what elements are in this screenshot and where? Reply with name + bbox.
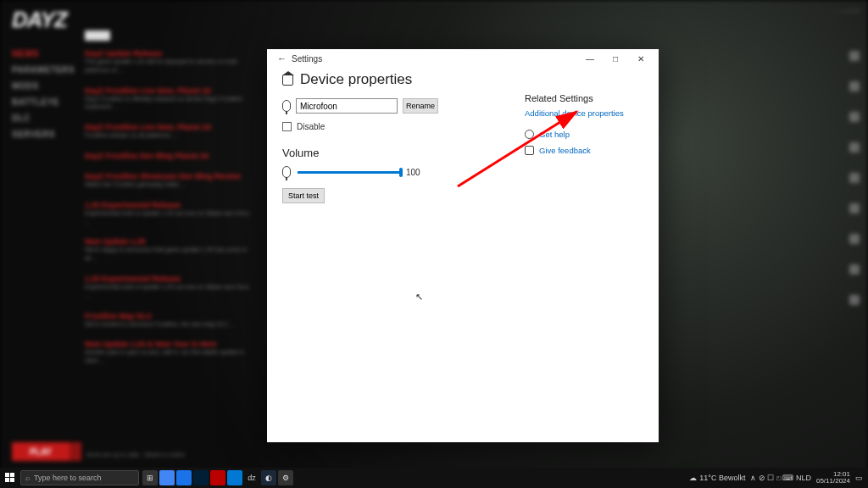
related-settings-heading: Related Settings xyxy=(525,93,643,103)
news-item[interactable]: Frostline Map DLCWe're excited to introd… xyxy=(85,312,254,334)
disable-label: Disable xyxy=(297,122,325,131)
start-test-button[interactable]: Start test xyxy=(282,188,325,203)
back-button[interactable]: ← xyxy=(272,53,292,64)
get-help-link[interactable]: Get help xyxy=(525,130,643,139)
sidebar-item-parameters[interactable]: PARAMETERS xyxy=(12,65,75,75)
news-column: DayZ Update ReleaseThe game update 1.26 … xyxy=(85,49,254,370)
sidebar-item-mods[interactable]: MODS xyxy=(12,81,75,91)
launcher-sidebar: NEWS PARAMETERS MODS BATTLEYE DLC SERVER… xyxy=(12,49,75,139)
svg-rect-3 xyxy=(5,478,9,482)
news-item[interactable]: DayZ Frostline Live Now, Planet 24DayZ F… xyxy=(85,86,254,117)
app-icon[interactable]: dz xyxy=(244,470,259,485)
svg-rect-1 xyxy=(5,473,9,477)
app-icon[interactable] xyxy=(176,470,192,485)
close-button[interactable]: ✕ xyxy=(628,49,654,68)
sidebar-item-news[interactable]: NEWS xyxy=(12,49,75,58)
home-icon[interactable] xyxy=(282,75,293,86)
game-logo: DAYZ xyxy=(12,7,67,33)
svg-rect-2 xyxy=(10,473,14,477)
news-item[interactable]: 1.25 Experimental ReleaseExperimental bu… xyxy=(85,201,254,231)
weather-icon: ☁ xyxy=(689,474,697,482)
sidebar-item-battleye[interactable]: BATTLEYE xyxy=(12,97,75,107)
weather-widget[interactable]: ☁ 11°C Bewolkt xyxy=(689,474,745,482)
launcher-window-controls[interactable]: … — □ × xyxy=(832,7,860,14)
app-icon[interactable] xyxy=(193,470,209,485)
launcher-status: Mods are up to date · Steam is online xyxy=(86,452,185,458)
rename-button[interactable]: Rename xyxy=(403,98,438,114)
give-feedback-link[interactable]: Give feedback xyxy=(525,146,643,155)
news-item[interactable]: DayZ Frostline Live Now, Planet 24Frostl… xyxy=(85,123,254,145)
volume-heading: Volume xyxy=(282,147,508,159)
feedback-icon xyxy=(525,146,534,155)
windows-icon xyxy=(5,473,15,483)
volume-value: 100 xyxy=(406,168,420,177)
taskbar-clock[interactable]: 12:01 05/11/2024 xyxy=(816,471,850,485)
system-tray[interactable]: ☁ 11°C Bewolkt ∧ ⊘ ☐ ⏍ ⌨ NLD 12:01 05/11… xyxy=(689,471,868,485)
app-icon[interactable] xyxy=(210,470,225,485)
taskbar[interactable]: ⌕ Type here to search ⊞ dz ◐ ⚙ ☁ 11°C Be… xyxy=(0,468,868,488)
search-placeholder: Type here to search xyxy=(34,474,102,482)
steam-icon[interactable]: ◐ xyxy=(261,470,276,485)
sidebar-item-servers[interactable]: SERVERS xyxy=(12,130,75,139)
page-title: Device properties xyxy=(300,71,412,88)
news-item[interactable]: New Update 1.25We're happy to announce t… xyxy=(85,237,254,268)
device-name-input[interactable] xyxy=(296,98,398,114)
play-dropdown[interactable] xyxy=(70,442,81,461)
search-icon: ⌕ xyxy=(25,474,30,482)
taskview-icon[interactable]: ⊞ xyxy=(142,470,158,485)
app-icon[interactable] xyxy=(227,470,242,485)
sidebar-item-dlc[interactable]: DLC xyxy=(12,114,75,123)
news-item[interactable]: DayZ Frostline Dev Blog Planet 24 xyxy=(85,152,254,165)
news-item[interactable]: New Update 1.24 & New Year is HereAnothe… xyxy=(85,340,254,370)
volume-slider[interactable] xyxy=(298,171,399,174)
news-item[interactable]: DayZ Frostline Showcase Dev Blog ReviewW… xyxy=(85,172,254,194)
maximize-button[interactable]: □ xyxy=(603,49,628,68)
microphone-icon xyxy=(282,100,291,112)
taskbar-apps: ⊞ dz ◐ ⚙ xyxy=(142,470,293,485)
start-button[interactable] xyxy=(0,468,20,488)
window-title: Settings xyxy=(292,54,322,64)
minimize-button[interactable]: — xyxy=(577,49,603,68)
launcher-right-icons xyxy=(849,51,860,305)
help-icon xyxy=(525,130,534,139)
volume-icon xyxy=(282,166,291,178)
play-button[interactable]: PLAY xyxy=(12,442,70,461)
additional-device-properties-link[interactable]: Additional device properties xyxy=(525,108,643,118)
tray-icons[interactable]: ∧ ⊘ ☐ ⏍ ⌨ NLD xyxy=(750,474,811,482)
mouse-cursor-icon: ↖ xyxy=(415,291,423,302)
svg-rect-4 xyxy=(10,478,14,482)
news-item[interactable]: DayZ Update ReleaseThe game update 1.26 … xyxy=(85,49,254,80)
news-item[interactable]: 1.25 Experimental ReleaseExperimental bu… xyxy=(85,274,254,305)
taskbar-search[interactable]: ⌕ Type here to search xyxy=(20,470,139,485)
notifications-icon[interactable]: ▭ xyxy=(855,474,863,482)
titlebar[interactable]: ← Settings — □ ✕ xyxy=(267,49,659,68)
settings-window: ← Settings — □ ✕ Device properties Renam… xyxy=(267,49,659,442)
settings-icon[interactable]: ⚙ xyxy=(278,470,293,485)
app-icon[interactable] xyxy=(159,470,175,485)
launcher-tab xyxy=(85,30,110,41)
disable-checkbox[interactable] xyxy=(282,122,292,131)
